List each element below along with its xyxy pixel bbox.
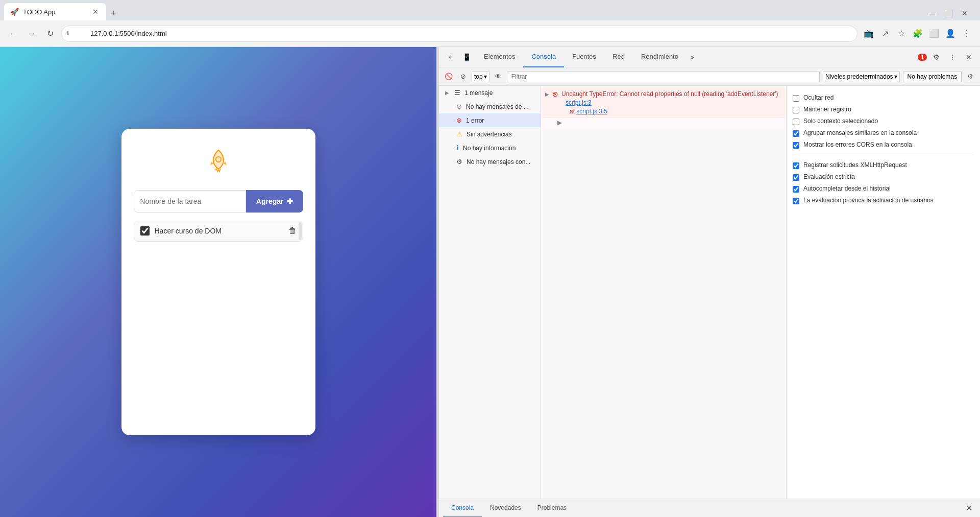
info-icon: ℹ <box>456 144 459 152</box>
profile-icon[interactable]: 👤 <box>943 27 958 41</box>
restore-button[interactable]: ⬜ <box>941 6 955 20</box>
bottom-tab-problemas[interactable]: Problemas <box>529 499 575 518</box>
settings-row-solo-contexto: Solo contexto seleccionado <box>793 115 974 127</box>
eye-icon[interactable]: 👁 <box>493 71 504 82</box>
error-source-link[interactable]: script.js:3 <box>566 99 592 106</box>
bottom-tab-novedades[interactable]: Novedades <box>482 499 529 518</box>
devtools-bottom-close[interactable]: ✕ <box>962 501 976 515</box>
checkbox-autocompletar[interactable] <box>793 186 799 193</box>
tab-elementos-label: Elementos <box>484 53 515 60</box>
tab-rendimiento[interactable]: Rendimiento <box>633 47 687 67</box>
devtools-device-icon[interactable]: 📱 <box>459 50 474 64</box>
address-input[interactable]: ℹ 127.0.0.1:5500/index.html <box>61 26 857 42</box>
add-button[interactable]: Agregar ✚ <box>246 190 303 213</box>
error-stack-link[interactable]: script.js:3:5 <box>576 108 607 115</box>
devtools-bottom-bar: Consola Novedades Problemas ✕ <box>439 499 980 517</box>
sidebar-item-warnings[interactable]: ⚠ Sin advertencias <box>439 127 541 141</box>
sidebar-label-warnings: Sin advertencias <box>467 131 512 138</box>
settings-row-ocultar-red: Ocultar red <box>793 92 974 104</box>
bottom-tab-consola-label: Consola <box>451 504 474 511</box>
context-selector[interactable]: top ▾ <box>472 71 489 82</box>
error-text: Uncaught TypeError: Cannot read properti… <box>561 90 782 115</box>
svg-point-1 <box>214 169 216 171</box>
devtools-close-icon[interactable]: ✕ <box>962 50 976 64</box>
no-problems-button[interactable]: No hay problemas <box>903 71 962 82</box>
devtools-settings-icon[interactable]: ⚙ <box>929 50 943 64</box>
input-row: Agregar ✚ <box>134 190 303 213</box>
sidebar-label-info: No hay información <box>463 145 516 152</box>
task-input[interactable] <box>134 190 246 213</box>
share-icon[interactable]: ↗ <box>878 27 892 41</box>
sidebar-icon[interactable]: ⬜ <box>927 27 941 41</box>
minimize-button[interactable]: — <box>925 6 939 20</box>
window-controls: — ⬜ ✕ <box>921 6 976 20</box>
checkbox-xmlhttp[interactable] <box>793 162 799 169</box>
console-messages-area: ▶ ⊗ Uncaught TypeError: Cannot read prop… <box>541 86 786 499</box>
expand-arrow[interactable]: ▶ <box>557 119 562 126</box>
settings-row-autocompletar: Autocompletar desde el historial <box>793 183 974 195</box>
devtools-inspect-icon[interactable]: ⌖ <box>443 50 457 64</box>
sidebar-item-verbose[interactable]: ⚙ No hay mensajes con... <box>439 155 541 169</box>
checkbox-estricta[interactable] <box>793 174 799 181</box>
devtools-options-icon[interactable]: ⋮ <box>945 50 960 64</box>
sidebar-item-no-messages[interactable]: ⊘ No hay mensajes de ... <box>439 100 541 113</box>
devtools-tabs: Elementos Consola Fuentes Red Rendimient… <box>476 47 698 67</box>
tab-close-button[interactable]: ✕ <box>91 7 100 16</box>
msg-expand-icon[interactable]: ▶ <box>545 91 549 97</box>
new-tab-button[interactable]: + <box>106 6 120 20</box>
settings-row-estricta: Evaluación estricta <box>793 171 974 183</box>
tab-fuentes[interactable]: Fuentes <box>564 47 604 67</box>
sidebar-item-error[interactable]: ⊗ 1 error <box>439 113 541 127</box>
browser-tab-active[interactable]: 🚀 TODO App ✕ <box>4 3 106 20</box>
error-expand-area: ▶ <box>541 118 786 128</box>
warning-icon: ⚠ <box>456 130 462 138</box>
todo-checkbox[interactable] <box>140 226 150 236</box>
checkbox-evaluacion[interactable] <box>793 198 799 204</box>
levels-selector[interactable]: Niveles predeterminados ▾ <box>823 71 900 82</box>
tab-title: TODO App <box>23 8 55 16</box>
filter-input[interactable] <box>507 71 820 82</box>
sidebar-item-info[interactable]: ℹ No hay información <box>439 141 541 155</box>
console-messages: ▶ ⊗ Uncaught TypeError: Cannot read prop… <box>541 86 786 499</box>
tab-consola[interactable]: Consola <box>523 47 564 67</box>
tab-elementos[interactable]: Elementos <box>476 47 523 67</box>
checkbox-solo-contexto[interactable] <box>793 119 799 125</box>
levels-label: Niveles predeterminados <box>825 73 893 80</box>
menu-icon[interactable]: ⋮ <box>960 27 974 41</box>
address-text: 127.0.0.1:5500/index.html <box>90 30 167 37</box>
reload-button[interactable]: ↻ <box>43 27 57 41</box>
address-bar: ← → ↻ ℹ 127.0.0.1:5500/index.html 📺 ↗ ☆ … <box>0 20 980 47</box>
bottom-tab-consola[interactable]: Consola <box>443 499 482 518</box>
bookmark-icon[interactable]: ☆ <box>894 27 909 41</box>
add-plus-icon: ✚ <box>287 197 293 205</box>
back-button[interactable]: ← <box>6 27 20 41</box>
no-messages-icon: ⊘ <box>456 103 462 110</box>
verbose-icon: ⚙ <box>456 158 462 166</box>
clear-console-icon[interactable]: 🚫 <box>443 71 454 82</box>
devtools-more-tabs[interactable]: » <box>687 54 698 61</box>
console-toolbar: 🚫 ⊘ top ▾ 👁 Niveles predeterminados ▾ No… <box>439 67 980 86</box>
checkbox-mantener[interactable] <box>793 107 799 113</box>
console-settings-icon[interactable]: ⚙ <box>965 71 976 82</box>
console-filter-icon[interactable]: ⊘ <box>457 71 469 82</box>
sidebar-label-messages: 1 mensaje <box>464 89 493 97</box>
bottom-tab-novedades-label: Novedades <box>490 504 521 511</box>
checkbox-ocultar-red[interactable] <box>793 95 799 102</box>
sidebar-item-messages[interactable]: ▶ ☰ 1 mensaje <box>439 86 541 100</box>
checkbox-cors[interactable] <box>793 142 799 149</box>
checkbox-agrupar[interactable] <box>793 130 799 137</box>
rocket-icon <box>202 145 235 178</box>
add-button-label: Agregar <box>256 197 284 205</box>
error-circle-icon: ⊗ <box>552 90 558 98</box>
browser-viewport: Agregar ✚ Hacer curso de DOM 🗑 <box>0 47 436 517</box>
delete-icon[interactable]: 🗑 <box>288 226 297 236</box>
extensions-icon[interactable]: 🧩 <box>911 27 925 41</box>
scrollbar[interactable] <box>299 222 302 240</box>
forward-button[interactable]: → <box>24 27 39 41</box>
settings-panel: Ocultar red Mantener registro Solo conte… <box>786 86 980 499</box>
close-window-button[interactable]: ✕ <box>958 6 972 20</box>
cast-icon[interactable]: 📺 <box>862 27 876 41</box>
settings-divider <box>793 155 974 155</box>
label-estricta: Evaluación estricta <box>803 173 855 180</box>
tab-red[interactable]: Red <box>604 47 633 67</box>
